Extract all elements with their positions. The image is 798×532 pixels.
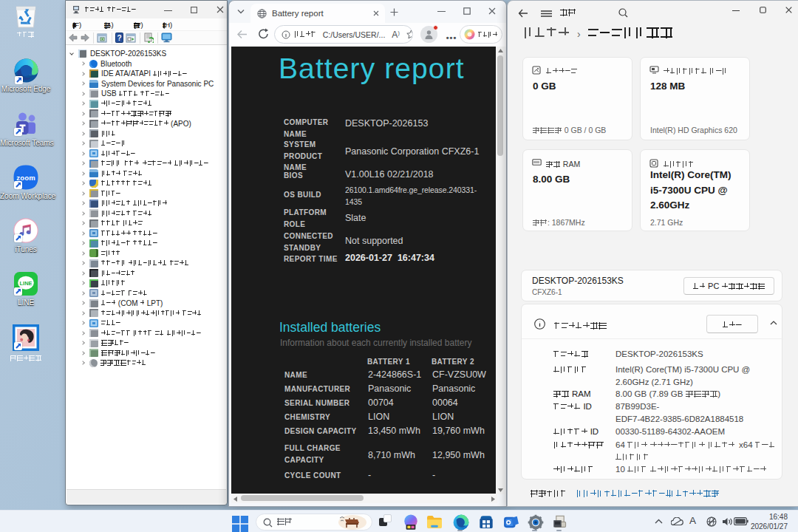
svg-text:LINE: LINE xyxy=(20,280,33,287)
svg-text:zoom: zoom xyxy=(16,174,35,182)
svg-text:?: ? xyxy=(117,34,121,42)
